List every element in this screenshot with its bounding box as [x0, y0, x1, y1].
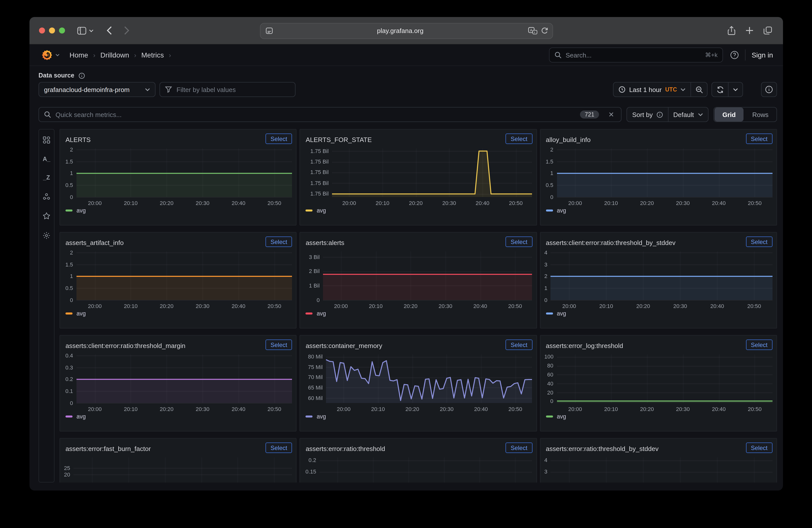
- new-tab-icon[interactable]: [745, 27, 754, 34]
- refresh-group: [711, 82, 743, 97]
- y-tick-label: 0: [304, 297, 320, 303]
- legend-label[interactable]: avg: [76, 310, 86, 317]
- sort-descending-icon[interactable]: _Z: [43, 174, 50, 181]
- chevron-down-icon: [145, 88, 150, 91]
- back-button[interactable]: [106, 26, 112, 35]
- legend: avg: [546, 413, 566, 420]
- view-mode-toggle: Grid Rows: [713, 107, 777, 122]
- panel-title: asserts:alerts: [306, 239, 345, 247]
- series-avg: [557, 148, 772, 197]
- x-tick-label: 20:10: [599, 200, 623, 206]
- select-button[interactable]: Select: [506, 442, 533, 453]
- series-avg: [557, 354, 772, 403]
- zoom-out-button[interactable]: [691, 83, 707, 97]
- legend-label[interactable]: avg: [317, 310, 326, 317]
- legend-color-pill: [306, 312, 313, 314]
- chart-area: 10080604020020:0020:1020:2020:3020:4020:…: [544, 354, 772, 403]
- legend-label[interactable]: avg: [557, 310, 566, 317]
- help-icon[interactable]: [730, 50, 739, 59]
- grafana-logo[interactable]: [42, 49, 53, 60]
- breadcrumb-home[interactable]: Home: [70, 51, 88, 59]
- star-icon[interactable]: [43, 212, 50, 220]
- select-button[interactable]: Select: [746, 339, 772, 350]
- sidebar-toggle-icon[interactable]: [77, 26, 87, 35]
- legend: avg: [546, 207, 566, 214]
- series-avg: [550, 251, 772, 300]
- panel-title: alloy_build_info: [546, 136, 591, 144]
- apps-grid-icon[interactable]: [43, 136, 50, 144]
- h-gridline: [320, 460, 532, 461]
- clear-search-icon[interactable]: ✕: [608, 111, 614, 118]
- x-tick-label: 20:30: [434, 303, 458, 309]
- nav-divider: [745, 49, 745, 60]
- breadcrumb-metrics[interactable]: Metrics: [141, 51, 164, 59]
- groups-icon[interactable]: [43, 192, 50, 201]
- x-tick-label: 20:50: [503, 406, 527, 412]
- share-icon[interactable]: [727, 26, 736, 35]
- sign-in-button[interactable]: Sign in: [752, 51, 773, 59]
- global-search-input[interactable]: Search... ⌘+k: [549, 47, 723, 62]
- select-button[interactable]: Select: [746, 442, 772, 453]
- legend-label[interactable]: avg: [557, 413, 566, 420]
- y-tick-label: 0: [544, 297, 547, 303]
- tab-overview-icon[interactable]: [764, 27, 772, 34]
- v-gridline: [129, 457, 129, 483]
- x-tick-label: 20:20: [400, 406, 424, 412]
- metric-panel: asserts:error_log:thresholdSelect1008060…: [540, 335, 777, 431]
- select-button[interactable]: Select: [265, 442, 292, 453]
- forward-button[interactable]: [124, 26, 130, 35]
- x-tick-label: 20:40: [468, 303, 492, 309]
- data-source-select[interactable]: grafanacloud-demoinfra-prom: [39, 82, 156, 97]
- select-button[interactable]: Select: [265, 236, 292, 247]
- settings-gear-icon[interactable]: [43, 232, 50, 239]
- org-switcher-chevron-icon[interactable]: [56, 54, 59, 57]
- select-button[interactable]: Select: [746, 236, 772, 247]
- y-tick-label: 1: [64, 273, 73, 279]
- select-button[interactable]: Select: [265, 339, 292, 350]
- legend-label[interactable]: avg: [317, 413, 326, 420]
- svg-text:A: A: [530, 28, 532, 32]
- select-button[interactable]: Select: [746, 133, 772, 144]
- v-gridline: [92, 457, 92, 483]
- legend-label[interactable]: avg: [557, 207, 566, 214]
- view-grid-button[interactable]: Grid: [714, 107, 744, 121]
- page-format-icon[interactable]: [265, 27, 273, 34]
- translate-icon[interactable]: Aх: [528, 27, 537, 34]
- zoom-window-button[interactable]: [59, 28, 65, 33]
- refresh-interval-chevron[interactable]: [728, 83, 742, 97]
- sort-value-select[interactable]: Default: [668, 107, 708, 121]
- quick-search-input[interactable]: Quick search metrics... 721 ✕: [39, 107, 622, 122]
- x-tick-label: 20:40: [469, 406, 493, 412]
- sidebar-chevron-icon[interactable]: [89, 29, 93, 32]
- info-icon[interactable]: [656, 111, 663, 118]
- series-avg: [326, 354, 532, 403]
- label-filter-input[interactable]: Filter by label values: [160, 82, 295, 97]
- close-window-button[interactable]: [39, 28, 45, 33]
- reload-icon[interactable]: [541, 27, 548, 34]
- x-tick-label: 20:40: [707, 406, 731, 412]
- time-range-picker[interactable]: Last 1 hour UTC: [614, 83, 691, 97]
- select-button[interactable]: Select: [506, 236, 533, 247]
- x-tick-label: 20:20: [155, 303, 179, 309]
- select-button[interactable]: Select: [265, 133, 292, 144]
- info-icon[interactable]: [78, 72, 85, 79]
- v-gridline: [680, 457, 681, 483]
- refresh-button[interactable]: [712, 83, 728, 97]
- address-bar[interactable]: play.grafana.org Aх: [260, 23, 553, 39]
- y-tick-label: 4: [544, 249, 547, 256]
- select-button[interactable]: Select: [506, 339, 533, 350]
- legend-label[interactable]: avg: [317, 207, 326, 214]
- prefix-filter-rail: A_ _Z: [39, 129, 55, 483]
- browser-toolbar: play.grafana.org Aх: [29, 17, 783, 44]
- screen: play.grafana.org Aх: [0, 0, 812, 528]
- view-rows-button[interactable]: Rows: [744, 107, 777, 121]
- legend-label[interactable]: avg: [76, 207, 86, 214]
- panel-title: ALERTS_FOR_STATE: [306, 136, 372, 144]
- sort-ascending-icon[interactable]: A_: [43, 156, 50, 162]
- panel-info-button[interactable]: [761, 82, 777, 97]
- minimize-window-button[interactable]: [49, 28, 55, 33]
- select-button[interactable]: Select: [506, 133, 533, 144]
- legend-label[interactable]: avg: [76, 413, 86, 420]
- breadcrumb-drilldown[interactable]: Drilldown: [100, 51, 129, 59]
- search-icon: [554, 52, 562, 59]
